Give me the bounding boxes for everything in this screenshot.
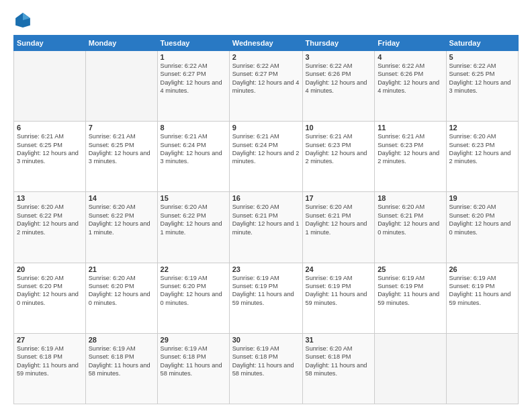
day-info: Sunrise: 6:20 AM Sunset: 6:20 PM Dayligh… xyxy=(89,274,154,308)
day-cell: 30Sunrise: 6:19 AM Sunset: 6:18 PM Dayli… xyxy=(229,333,302,404)
page: SundayMondayTuesdayWednesdayThursdayFrid… xyxy=(0,0,532,411)
day-cell: 12Sunrise: 6:20 AM Sunset: 6:23 PM Dayli… xyxy=(446,122,519,192)
day-cell: 14Sunrise: 6:20 AM Sunset: 6:22 PM Dayli… xyxy=(85,192,157,263)
week-row-4: 20Sunrise: 6:20 AM Sunset: 6:20 PM Dayli… xyxy=(14,263,519,333)
weekday-sunday: Sunday xyxy=(14,36,86,51)
weekday-saturday: Saturday xyxy=(446,36,519,51)
day-number: 18 xyxy=(378,194,443,202)
day-info: Sunrise: 6:22 AM Sunset: 6:27 PM Dayligh… xyxy=(232,62,300,95)
day-number: 1 xyxy=(161,53,226,61)
day-number: 30 xyxy=(232,336,300,344)
day-info: Sunrise: 6:20 AM Sunset: 6:20 PM Dayligh… xyxy=(17,274,83,308)
day-info: Sunrise: 6:22 AM Sunset: 6:25 PM Dayligh… xyxy=(449,62,516,95)
day-number: 9 xyxy=(232,124,300,132)
day-cell: 26Sunrise: 6:19 AM Sunset: 6:19 PM Dayli… xyxy=(446,263,519,333)
day-cell: 15Sunrise: 6:20 AM Sunset: 6:22 PM Dayli… xyxy=(157,192,229,263)
day-number: 4 xyxy=(378,53,443,61)
day-cell: 9Sunrise: 6:21 AM Sunset: 6:24 PM Daylig… xyxy=(229,122,302,192)
week-row-2: 6Sunrise: 6:21 AM Sunset: 6:25 PM Daylig… xyxy=(14,122,519,192)
day-info: Sunrise: 6:20 AM Sunset: 6:23 PM Dayligh… xyxy=(449,132,516,166)
day-info: Sunrise: 6:19 AM Sunset: 6:19 PM Dayligh… xyxy=(449,274,516,308)
day-number: 28 xyxy=(89,336,154,344)
day-cell: 21Sunrise: 6:20 AM Sunset: 6:20 PM Dayli… xyxy=(85,263,157,333)
day-cell: 31Sunrise: 6:20 AM Sunset: 6:18 PM Dayli… xyxy=(302,333,375,404)
day-cell: 7Sunrise: 6:21 AM Sunset: 6:25 PM Daylig… xyxy=(85,122,157,192)
day-number: 26 xyxy=(449,265,516,273)
calendar-header: SundayMondayTuesdayWednesdayThursdayFrid… xyxy=(14,36,519,51)
day-number: 10 xyxy=(306,124,372,132)
day-info: Sunrise: 6:20 AM Sunset: 6:22 PM Dayligh… xyxy=(161,203,226,236)
day-info: Sunrise: 6:21 AM Sunset: 6:23 PM Dayligh… xyxy=(378,132,443,166)
day-cell: 28Sunrise: 6:19 AM Sunset: 6:18 PM Dayli… xyxy=(85,333,157,404)
day-number: 15 xyxy=(161,194,226,202)
day-info: Sunrise: 6:22 AM Sunset: 6:26 PM Dayligh… xyxy=(378,62,443,95)
weekday-thursday: Thursday xyxy=(302,36,375,51)
day-info: Sunrise: 6:20 AM Sunset: 6:22 PM Dayligh… xyxy=(17,203,83,236)
day-number: 12 xyxy=(449,124,516,132)
day-cell: 20Sunrise: 6:20 AM Sunset: 6:20 PM Dayli… xyxy=(14,263,86,333)
day-info: Sunrise: 6:20 AM Sunset: 6:20 PM Dayligh… xyxy=(449,203,516,236)
weekday-friday: Friday xyxy=(375,36,446,51)
day-number: 14 xyxy=(89,194,154,202)
day-cell: 29Sunrise: 6:19 AM Sunset: 6:18 PM Dayli… xyxy=(157,333,229,404)
day-number: 22 xyxy=(161,265,226,273)
day-number: 6 xyxy=(17,124,83,132)
day-info: Sunrise: 6:19 AM Sunset: 6:19 PM Dayligh… xyxy=(232,274,300,308)
day-number: 25 xyxy=(378,265,443,273)
day-cell: 18Sunrise: 6:20 AM Sunset: 6:21 PM Dayli… xyxy=(375,192,446,263)
week-row-3: 13Sunrise: 6:20 AM Sunset: 6:22 PM Dayli… xyxy=(14,192,519,263)
calendar: SundayMondayTuesdayWednesdayThursdayFrid… xyxy=(13,35,519,404)
day-cell: 24Sunrise: 6:19 AM Sunset: 6:19 PM Dayli… xyxy=(302,263,375,333)
day-info: Sunrise: 6:19 AM Sunset: 6:18 PM Dayligh… xyxy=(89,345,154,378)
day-info: Sunrise: 6:20 AM Sunset: 6:21 PM Dayligh… xyxy=(378,203,443,236)
day-cell xyxy=(375,333,446,404)
day-number: 31 xyxy=(306,336,372,344)
day-number: 27 xyxy=(17,336,83,344)
day-cell: 8Sunrise: 6:21 AM Sunset: 6:24 PM Daylig… xyxy=(157,122,229,192)
day-cell: 6Sunrise: 6:21 AM Sunset: 6:25 PM Daylig… xyxy=(14,122,86,192)
weekday-monday: Monday xyxy=(85,36,157,51)
day-info: Sunrise: 6:20 AM Sunset: 6:22 PM Dayligh… xyxy=(89,203,154,236)
day-number: 17 xyxy=(306,194,372,202)
day-cell: 25Sunrise: 6:19 AM Sunset: 6:19 PM Dayli… xyxy=(375,263,446,333)
day-cell: 13Sunrise: 6:20 AM Sunset: 6:22 PM Dayli… xyxy=(14,192,86,263)
day-info: Sunrise: 6:19 AM Sunset: 6:19 PM Dayligh… xyxy=(378,274,443,308)
header xyxy=(13,11,519,30)
day-info: Sunrise: 6:21 AM Sunset: 6:23 PM Dayligh… xyxy=(306,132,372,166)
day-info: Sunrise: 6:22 AM Sunset: 6:26 PM Dayligh… xyxy=(306,62,372,95)
day-number: 24 xyxy=(306,265,372,273)
day-info: Sunrise: 6:20 AM Sunset: 6:21 PM Dayligh… xyxy=(306,203,372,236)
day-cell: 17Sunrise: 6:20 AM Sunset: 6:21 PM Dayli… xyxy=(302,192,375,263)
week-row-1: 1Sunrise: 6:22 AM Sunset: 6:27 PM Daylig… xyxy=(14,51,519,122)
day-number: 11 xyxy=(378,124,443,132)
day-cell: 4Sunrise: 6:22 AM Sunset: 6:26 PM Daylig… xyxy=(375,51,446,122)
day-info: Sunrise: 6:19 AM Sunset: 6:20 PM Dayligh… xyxy=(161,274,226,308)
day-number: 2 xyxy=(232,53,300,61)
day-number: 16 xyxy=(232,194,300,202)
day-info: Sunrise: 6:22 AM Sunset: 6:27 PM Dayligh… xyxy=(161,62,226,95)
day-cell: 23Sunrise: 6:19 AM Sunset: 6:19 PM Dayli… xyxy=(229,263,302,333)
day-cell: 27Sunrise: 6:19 AM Sunset: 6:18 PM Dayli… xyxy=(14,333,86,404)
day-info: Sunrise: 6:21 AM Sunset: 6:24 PM Dayligh… xyxy=(161,132,226,166)
day-number: 23 xyxy=(232,265,300,273)
day-number: 29 xyxy=(161,336,226,344)
day-number: 7 xyxy=(89,124,154,132)
day-cell xyxy=(446,333,519,404)
day-cell xyxy=(14,51,86,122)
day-info: Sunrise: 6:19 AM Sunset: 6:18 PM Dayligh… xyxy=(161,345,226,378)
day-cell: 16Sunrise: 6:20 AM Sunset: 6:21 PM Dayli… xyxy=(229,192,302,263)
day-number: 19 xyxy=(449,194,516,202)
weekday-row: SundayMondayTuesdayWednesdayThursdayFrid… xyxy=(14,36,519,51)
day-cell: 2Sunrise: 6:22 AM Sunset: 6:27 PM Daylig… xyxy=(229,51,302,122)
calendar-body: 1Sunrise: 6:22 AM Sunset: 6:27 PM Daylig… xyxy=(14,51,519,404)
day-cell: 22Sunrise: 6:19 AM Sunset: 6:20 PM Dayli… xyxy=(157,263,229,333)
day-info: Sunrise: 6:19 AM Sunset: 6:19 PM Dayligh… xyxy=(306,274,372,308)
day-number: 8 xyxy=(161,124,226,132)
day-info: Sunrise: 6:21 AM Sunset: 6:25 PM Dayligh… xyxy=(89,132,154,166)
weekday-wednesday: Wednesday xyxy=(229,36,302,51)
day-info: Sunrise: 6:19 AM Sunset: 6:18 PM Dayligh… xyxy=(17,345,83,378)
day-info: Sunrise: 6:21 AM Sunset: 6:25 PM Dayligh… xyxy=(17,132,83,166)
day-cell: 1Sunrise: 6:22 AM Sunset: 6:27 PM Daylig… xyxy=(157,51,229,122)
day-number: 21 xyxy=(89,265,154,273)
day-number: 13 xyxy=(17,194,83,202)
